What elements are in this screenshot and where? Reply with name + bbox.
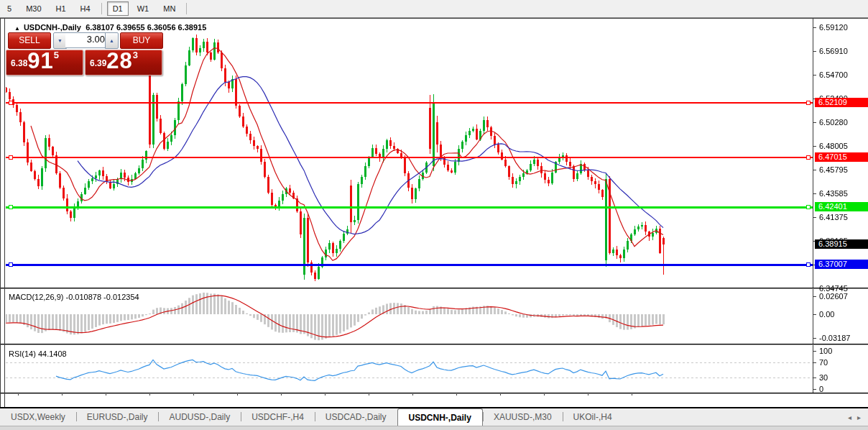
volume-increase-button[interactable]: ▲ (105, 32, 119, 49)
tab-label: USDCHF-,H4 (251, 412, 304, 422)
tab-divider (158, 412, 159, 421)
buy-button[interactable]: BUY (120, 32, 163, 49)
tab-usdcad-daily[interactable]: USDCAD-,Daily (315, 408, 397, 426)
tab-xauusd-m30[interactable]: XAUUSD-,M30 (483, 408, 563, 426)
hline-price-label: 6.42401 (815, 202, 868, 211)
buy-price-prefix: 6.39 (90, 58, 106, 68)
sell-price-point: 5 (54, 50, 59, 60)
y-axis-label: 6.54700 (819, 70, 848, 79)
toolbar-separator (186, 3, 187, 14)
period-button-d1[interactable]: D1 (107, 1, 129, 16)
period-button-m30[interactable]: M30 (20, 1, 47, 16)
sell-button[interactable]: SELL (8, 32, 51, 49)
volume-input[interactable]: 3.00 (65, 32, 109, 48)
hline-price-label: 6.37007 (815, 260, 868, 269)
chart-window: ▲USDCNH-,Daily 6.38107 6.39655 6.36056 6… (0, 18, 868, 408)
bottom-strip (0, 426, 868, 430)
period-button-w1[interactable]: W1 (131, 1, 155, 16)
chart-ohlc-values: 6.38107 6.39655 6.36056 6.38915 (86, 23, 206, 32)
tab-label: USDX,Weekly (11, 412, 65, 422)
rsi-axis-label: 0 (819, 385, 823, 393)
buy-price-point: 3 (133, 50, 138, 60)
tab-label: AUDUSD-,Daily (169, 412, 230, 422)
sell-price-prefix: 6.38 (11, 58, 27, 68)
hline-price-label: 6.52109 (815, 98, 868, 107)
hline-price-label: 6.47015 (815, 152, 868, 162)
tab-label: USDCNH-,Daily (409, 413, 471, 423)
rsi-axis-label: 100 (819, 347, 832, 355)
macd-axis-label: 0.00 (819, 310, 834, 319)
toolbar-separator (101, 3, 102, 14)
trading-platform-window: 5M30H1H4D1W1MN ▲USDCNH-,Daily 6.38107 6.… (0, 0, 868, 430)
rsi-indicator-label: RSI(14) 44.1408 (9, 349, 67, 358)
tab-label: UKOil-,H4 (573, 412, 612, 422)
buy-price-display[interactable]: 6.39283 (85, 50, 162, 76)
chart-canvas[interactable] (0, 18, 868, 408)
macd-indicator-label: MACD(12,26,9) -0.010878 -0.012354 (9, 293, 139, 301)
tab-audusd-daily[interactable]: AUDUSD-,Daily (158, 408, 241, 426)
tab-divider (315, 412, 315, 421)
buy-price-pips: 28 (106, 48, 132, 73)
chart-left-border-outer (0, 18, 1, 408)
macd-axis-label: -0.03187 (819, 334, 850, 342)
rsi-axis-label: 30 (819, 373, 828, 382)
y-axis-label: 6.50280 (819, 118, 848, 127)
chevron-down-icon: ▼ (57, 38, 63, 43)
sell-price-pips: 91 (27, 48, 53, 73)
current-price-label: 6.38915 (815, 239, 868, 249)
one-click-trade-panel: SELL ▼ 3.00 ▲ BUY 6.38915 6.39283 (6, 32, 164, 76)
tab-ukoil-h4[interactable]: UKOil-,H4 (563, 408, 623, 426)
chart-left-border-inner (4, 18, 5, 408)
period-button-h1[interactable]: H1 (50, 1, 72, 16)
chart-title: ▲USDCNH-,Daily 6.38107 6.39655 6.36056 6… (14, 23, 206, 32)
chevron-up-icon: ▲ (109, 38, 114, 43)
chart-top-border (0, 18, 868, 19)
chart-symbol-label: USDCNH-,Daily (24, 23, 81, 32)
tab-label: XAUUSD-,M30 (494, 412, 552, 422)
tab-label: EURUSD-,Daily (87, 412, 148, 422)
rsi-axis-label: 70 (819, 358, 828, 367)
y-axis-label: 6.43585 (819, 189, 848, 198)
trade-controls-row: SELL ▼ 3.00 ▲ BUY (6, 32, 164, 48)
collapse-indicator-arrow-icon[interactable]: ▲ (14, 25, 20, 32)
tab-eurusd-daily[interactable]: EURUSD-,Daily (76, 408, 159, 426)
y-axis-label: 6.41375 (819, 213, 848, 221)
tab-scroll-right-icon[interactable]: ▸ (857, 413, 861, 421)
y-axis-label: 6.48005 (819, 142, 848, 150)
timeframe-toolbar: 5M30H1H4D1W1MN (0, 0, 868, 18)
macd-axis-label: 0.02607 (819, 292, 848, 301)
tab-scroll-left-icon[interactable]: ◂ (848, 413, 851, 421)
tab-divider (241, 412, 241, 421)
y-axis-label: 6.59120 (819, 23, 848, 32)
tab-usdcnh-daily[interactable]: USDCNH-,Daily (397, 408, 483, 426)
tab-divider (76, 412, 77, 421)
y-axis-label: 6.45795 (819, 165, 848, 174)
y-axis-label: 6.56910 (819, 47, 848, 55)
tab-usdx-weekly[interactable]: USDX,Weekly (0, 408, 76, 426)
tab-divider (563, 412, 563, 421)
tab-label: USDCAD-,Daily (326, 412, 387, 422)
period-button-h4[interactable]: H4 (75, 1, 96, 16)
sell-price-display[interactable]: 6.38915 (6, 50, 83, 76)
tab-divider (483, 412, 484, 421)
tab-usdchf-h4[interactable]: USDCHF-,H4 (241, 408, 315, 426)
period-button-5[interactable]: 5 (1, 1, 17, 16)
chart-tab-bar: USDX,WeeklyEURUSD-,DailyAUDUSD-,DailyUSD… (0, 408, 868, 426)
period-button-mn[interactable]: MN (157, 1, 181, 16)
